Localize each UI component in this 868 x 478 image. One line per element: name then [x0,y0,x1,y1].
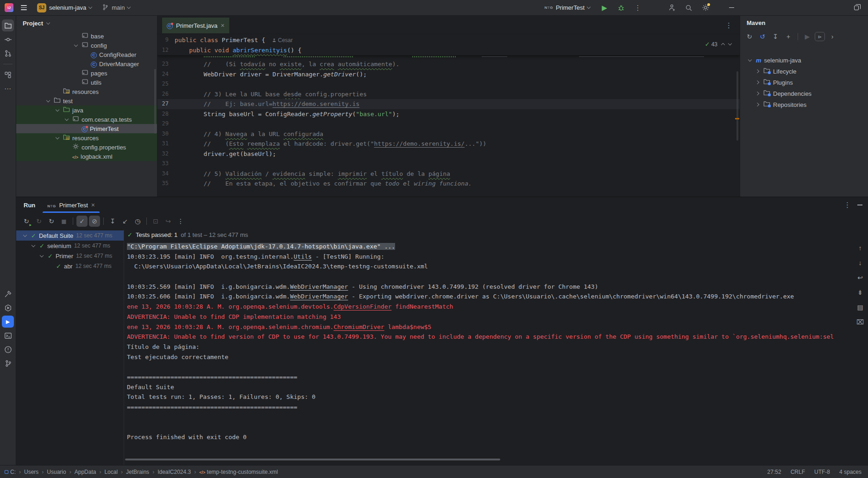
code-line[interactable]: 33 [157,159,740,169]
console-line[interactable]: Default Suite [127,382,852,392]
code-line[interactable]: 30 // 4) Navega a la URL configurada [157,129,740,139]
branch-widget[interactable]: main [99,2,133,13]
more-options-icon[interactable]: ⋮ [175,216,186,227]
chevron-right-icon[interactable] [754,92,761,95]
services-tool-button[interactable] [2,302,14,314]
console-line[interactable]: Process finished with exit code 0 [127,432,852,442]
project-tree-item-com.cesar.qa.tests[interactable]: com.cesar.qa.tests [16,115,157,124]
maven-tree-item-Dependencies[interactable]: Dependencies [740,88,868,99]
pull-requests-tool-button[interactable] [2,47,14,59]
run-tab-primertest[interactable]: NTG PrimerTest [45,197,97,213]
maven-tree-item-Lifecycle[interactable]: Lifecycle [740,66,868,77]
editor-more-icon[interactable]: ⋮ [725,21,732,30]
console-line[interactable]: ene 13, 2026 10:03:28 A. M. org.openqa.s… [127,302,852,312]
breadcrumb-item[interactable]: JetBrains [126,469,149,475]
project-tree-item-PrimerTest[interactable]: CPrimerTest [16,124,157,133]
status-widget-27-52[interactable]: 27:52 [767,469,781,475]
project-tree-item-DriverManager[interactable]: CDriverManager [16,59,157,68]
scroll-up-icon[interactable]: ↑ [855,242,866,254]
run-tool-button[interactable]: ▶ [2,316,14,328]
clear-console-icon[interactable]: ⌧ [855,317,866,328]
console-line[interactable]: Título de la página: [127,342,852,352]
show-ignored-icon[interactable]: ⊘ [89,216,100,227]
code-area[interactable]: 9public class PrimerTest { Cesar12 publi… [157,35,740,197]
code-line[interactable]: 35 // En esta etapa, el objetivo es conf… [157,179,740,189]
chevron-right-icon[interactable] [754,70,761,73]
code-line[interactable]: 29 [157,119,740,129]
console-line[interactable]: ene 13, 2026 10:03:28 A. M. org.openqa.s… [127,322,852,332]
console-line[interactable]: ========================================… [127,372,852,382]
console-line[interactable] [127,422,852,432]
code-line[interactable]: 28 String baseUrl = ConfigReader.getProp… [157,109,740,119]
app-logo-icon[interactable]: IJ [5,3,13,12]
project-tree-item-base[interactable]: base [16,31,157,41]
console-line[interactable]: C:\Users\Usuario\AppData\Local\JetBrains… [127,261,852,272]
code-line[interactable]: 31 // (Esto reemplaza el hardcode: drive… [157,139,740,149]
print-icon[interactable]: ▤ [855,302,866,313]
maven-tree-item-selenium-java[interactable]: mselenium-java [740,55,868,66]
console-line[interactable] [127,272,852,282]
scroll-to-end-icon[interactable]: ⇟ [855,287,866,298]
project-tree-item-logback.xml[interactable]: </>logback.xml [16,152,157,161]
project-tree-item-resources[interactable]: resources [16,87,157,96]
console-line[interactable] [127,362,852,372]
code-line[interactable]: 24 WebDriver driver = DriverManager.getD… [157,69,740,80]
code-line[interactable]: 9public class PrimerTest { Cesar [157,35,740,45]
console-line[interactable]: 10:03:25.569 [main] INFO i.g.bonigarcia.… [127,282,852,292]
run-window-label[interactable]: Run [24,202,35,209]
project-tree-item-utils[interactable]: utils [16,78,157,87]
reload-all-projects-icon[interactable]: ↺ [757,31,768,42]
status-widget-crlf[interactable]: CRLF [791,469,805,475]
restore-window-button[interactable] [849,2,863,14]
next-problem-icon[interactable] [728,42,732,45]
close-icon[interactable] [221,22,225,29]
test-tree-item-primer[interactable]: ✓Primer12 sec 477 ms [16,251,124,261]
test-tree-item-default-suite[interactable]: ✓Default Suite12 sec 477 ms [16,230,124,241]
run-button[interactable]: ▶ [598,2,610,14]
editor-tab-primertest[interactable]: C PrimerTest.java [162,18,229,33]
project-tree-item-config[interactable]: config [16,41,157,50]
sort-by-duration-icon[interactable]: ↧ [107,216,118,227]
project-tree-item-pages[interactable]: pages [16,68,157,78]
code-line[interactable]: 27 // Ej: base.url=https://demo.serenity… [157,99,740,109]
download-sources-icon[interactable]: ↧ [770,31,781,42]
console-line[interactable] [127,412,852,422]
project-tree-item-resources[interactable]: resources [16,133,157,143]
code-with-me-button[interactable] [666,2,678,14]
project-tree-item-config.properties[interactable]: config.properties [16,143,157,152]
project-tree-item-java[interactable]: java [16,106,157,115]
import-test-results-icon[interactable]: ↙ [120,216,131,227]
code-line[interactable]: 23 // (Si todavía no existe, la crea aut… [157,59,740,69]
run-config-widget[interactable]: NTG PrimerTest [541,3,593,12]
console-line[interactable]: 10:03:25.606 [main] INFO i.g.bonigarcia.… [127,292,852,302]
maven-tree-item-Plugins[interactable]: Plugins [740,77,868,88]
project-scrollbar[interactable] [154,69,156,134]
run-failed-tests-icon[interactable]: ↻ [46,216,57,227]
test-tree-item-selenium[interactable]: ✓selenium12 sec 477 ms [16,241,124,251]
chevron-down-icon[interactable] [54,110,61,111]
chevron-down-icon[interactable] [73,45,79,46]
search-everywhere-button[interactable] [683,2,695,14]
console-line[interactable]: "C:\Program Files\Eclipse Adoptium\jdk-1… [127,242,852,252]
breadcrumb-item[interactable]: AppData [75,469,96,475]
chevron-down-icon[interactable] [46,20,50,24]
breadcrumb-item[interactable]: C: [10,469,16,475]
test-tree-item-abr[interactable]: ✓abr12 sec 477 ms [16,261,124,271]
chevron-down-icon[interactable] [45,100,51,102]
chevron-down-icon[interactable] [30,245,37,247]
chevron-down-icon[interactable] [63,119,70,120]
code-line[interactable]: 26 // 3) Lee la URL base desde config.pr… [157,89,740,99]
commit-tool-button[interactable] [2,33,14,45]
status-widget-4-spaces[interactable]: 4 spaces [839,469,862,475]
minimize-button[interactable] [724,2,738,14]
chevron-down-icon[interactable] [38,255,45,257]
breadcrumb-item[interactable]: Usuario [47,469,66,475]
chevron-down-icon[interactable] [54,137,61,139]
run-panel-more-icon[interactable]: ⋮ [844,201,851,209]
console-line[interactable]: ADVERTENCIA: Unable to find CDP implemen… [127,312,852,322]
sync-maven-icon[interactable]: ↻ [744,31,755,42]
breadcrumb-file[interactable]: </> temp-testng-customsuite.xml [199,469,278,475]
version-control-tool-button[interactable] [2,357,14,369]
code-line[interactable]: 34 // 5) Validación / evidencia simple: … [157,169,740,179]
console-line[interactable]: ADVERTENCIA: Unable to find version of C… [127,332,852,342]
